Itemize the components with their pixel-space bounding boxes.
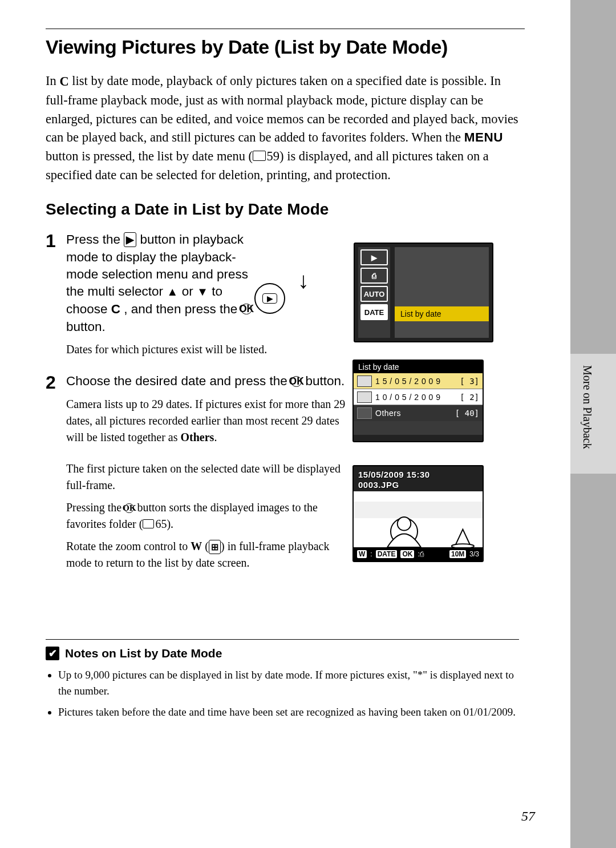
step-2-instruction: Choose the desired date and press the OK…	[66, 373, 351, 390]
date-row-selected: 1 5 / 0 5 / 2 0 0 9 [ 3]	[354, 373, 483, 389]
screen-playback-mode-menu: ▶ ⎙ AUTO DATE List by date	[354, 243, 493, 342]
date-row-count: [ 3]	[460, 377, 479, 386]
screen-title: List by date	[354, 361, 483, 373]
playback-icon: ▶	[124, 232, 136, 247]
date-row-date: 1 0 / 0 5 / 2 0 0 9	[375, 393, 456, 402]
playback-icon: ▶	[262, 293, 277, 304]
list-by-date-mode-icon: C	[59, 72, 68, 91]
page-number: 57	[521, 809, 535, 824]
manual-page: Viewing Pictures by Date (List by Date M…	[0, 0, 570, 848]
date-tag: DATE	[376, 550, 398, 558]
screen-list-by-date: List by date 1 5 / 0 5 / 2 0 0 9 [ 3] 1 …	[352, 360, 484, 442]
page-ref-number: 59	[267, 149, 280, 163]
intro-text: In	[46, 74, 59, 88]
playback-filename: 0003.JPG	[358, 480, 430, 490]
ok-button-icon: OK	[124, 503, 134, 513]
others-count: [ 40]	[455, 409, 479, 418]
date-row-others: Others [ 40]	[354, 405, 483, 421]
top-rule	[46, 29, 525, 29]
date-row-date: 1 5 / 0 5 / 2 0 0 9	[375, 377, 456, 386]
image-size-badge: 10M	[449, 550, 466, 558]
ok-button-icon: OK	[291, 376, 302, 387]
step-1-note: Dates for which pictures exist will be l…	[66, 341, 525, 358]
screen-footer-area	[354, 421, 483, 435]
mode-icon-list-by-date: DATE	[360, 304, 388, 320]
mode-menu-selected-label: List by date	[395, 306, 489, 321]
page-ref-number: 65	[155, 518, 167, 530]
others-label: Others	[181, 431, 214, 443]
intro-paragraph: In C list by date mode, playback of only…	[46, 72, 525, 184]
zoom-w-tag: W	[357, 550, 367, 558]
step-1-instruction: Press the ▶ button in playback mode to d…	[66, 231, 260, 336]
up-arrow-icon: ▲	[167, 284, 178, 300]
page-ref-icon	[143, 519, 154, 528]
page-title: Viewing Pictures by Date (List by Date M…	[46, 36, 525, 58]
mode-icon-favorites: ⎙	[360, 268, 388, 284]
zoom-w-label: W	[191, 540, 202, 552]
date-row-thumbnail	[357, 407, 372, 419]
date-row-thumbnail	[357, 391, 372, 403]
playback-overlay-info: 15/05/2009 15:30 0003.JPG	[358, 470, 430, 490]
selector-dial-icon: ▶	[254, 283, 285, 314]
others-label: Others	[375, 409, 452, 418]
playback-bottom-bar: W:DATE OK:⎙ 10M 3/3	[354, 547, 483, 561]
step-2-note-3: Pressing the OK button sorts the display…	[66, 499, 351, 532]
svg-point-1	[398, 517, 411, 531]
notes-item: Up to 9,000 pictures can be displayed in…	[58, 667, 519, 698]
step-number: 1	[46, 231, 66, 358]
playback-timestamp: 15/05/2009 15:30	[358, 470, 430, 480]
step-2-note-1: Camera lists up to 29 dates. If pictures…	[66, 396, 351, 446]
step-2-note-4: Rotate the zoom control to W (⊞) in full…	[66, 538, 351, 571]
ok-tag: OK	[400, 550, 414, 558]
list-by-date-mode-icon: C	[111, 301, 120, 318]
intro-text: list by date mode, playback of only pict…	[46, 74, 518, 144]
menu-button-label: MENU	[464, 130, 503, 144]
intro-text: button is pressed, the list by date menu…	[46, 149, 253, 163]
notes-list: Up to 9,000 pictures can be displayed in…	[46, 667, 519, 720]
notes-section: ✔ Notes on List by Date Mode Up to 9,000…	[46, 639, 519, 726]
date-row-count: [ 2]	[460, 393, 479, 402]
playback-image-illustration	[354, 491, 483, 547]
checkmark-icon: ✔	[46, 647, 59, 660]
down-arrow-icon: ↓	[298, 269, 309, 292]
notes-heading-text: Notes on List by Date Mode	[65, 647, 222, 660]
notes-heading: ✔ Notes on List by Date Mode	[46, 647, 519, 660]
chapter-tab-label: More on Playback	[581, 365, 594, 449]
date-row: 1 0 / 0 5 / 2 0 0 9 [ 2]	[354, 389, 483, 405]
multi-selector-diagram: ↓ ▶	[245, 269, 342, 321]
step-number: 2	[46, 373, 66, 571]
thumbnail-icon: ⊞	[209, 540, 221, 554]
down-arrow-icon: ▼	[197, 284, 208, 300]
image-counter: 3/3	[469, 550, 479, 558]
notes-rule	[46, 639, 519, 640]
screen-full-frame-playback: 15/05/2009 15:30 0003.JPG W:DATE OK:⎙ 10…	[352, 465, 484, 562]
mode-icon-playback: ▶	[360, 249, 388, 265]
mode-menu-panel: List by date	[395, 247, 489, 338]
mode-icon-column: ▶ ⎙ AUTO DATE	[358, 247, 390, 338]
step-2-note-2: The first picture taken on the selected …	[66, 461, 351, 494]
notes-item: Pictures taken before the date and time …	[58, 704, 519, 720]
mode-icon-auto-sort: AUTO	[360, 286, 388, 302]
section-heading: Selecting a Date in List by Date Mode	[46, 200, 525, 219]
page-ref-icon	[253, 151, 266, 161]
date-row-thumbnail	[357, 375, 372, 387]
